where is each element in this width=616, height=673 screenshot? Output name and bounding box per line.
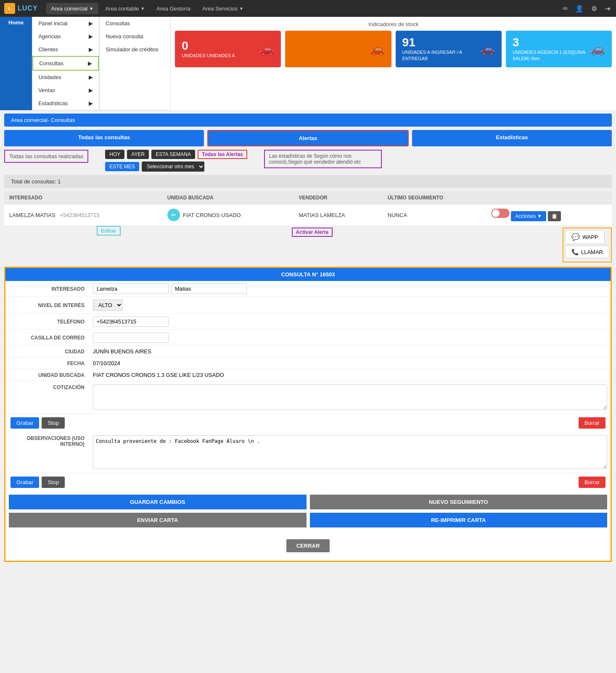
label-unidad-buscada: UNIDAD BUSCADA (5, 372, 90, 378)
settings-icon[interactable]: ⚙ (590, 3, 599, 14)
menu-item-agencias[interactable]: Agencias ▶ (32, 30, 99, 43)
form-row-unidad: UNIDAD BUSCADA FIAT CRONOS CRONOS 1.3 GS… (5, 369, 611, 381)
acciones-button[interactable]: Acciones ▼ (511, 211, 546, 221)
stock-number-3: 3 (513, 36, 585, 49)
grabar2-button[interactable]: Grabar (11, 477, 39, 488)
guardar-cambios-button[interactable]: GUARDAR CAMBIOS (9, 495, 307, 509)
cell-actions: Acciones ▼ 📋 (486, 204, 612, 226)
cell-vendedor: MATIAS LAMELZA (294, 204, 383, 226)
stock-number-0: 0 (182, 39, 235, 53)
label-telefono: TELÉFONO (5, 319, 90, 325)
stop1-button[interactable]: Stop (42, 417, 65, 429)
submenu-item-consultas[interactable]: Consultas (100, 17, 170, 30)
value-unidad: FIAT CRONOS CRONOS 1.3 GSE LIKE L/23 USA… (90, 372, 611, 378)
infinity-icon[interactable]: ∞ (561, 3, 569, 14)
filters-container: Todas las consultas realizadas HOY AYER … (4, 150, 612, 172)
nuevo-seguimiento-button[interactable]: NUEVO SEGUIMIENTO (310, 495, 608, 509)
menu-item-clientes[interactable]: Clientes ▶ (32, 43, 99, 56)
arrow-icon: ▶ (89, 33, 93, 40)
menu-item-panel-inicial[interactable]: Panel inicial ▶ (32, 17, 99, 30)
llamar-button[interactable]: 📞 LLAMAR (565, 246, 609, 258)
label-observaciones: OBSERVACIONES (USO INTERNO) (5, 435, 90, 447)
borrar2-button[interactable]: Borrar (579, 477, 605, 488)
col-seguimiento: ÚLTIMO SEGUIMIENTO (383, 191, 486, 204)
menu-item-unidades[interactable]: Unidades ▶ (32, 71, 99, 84)
copy-button[interactable]: 📋 (548, 211, 561, 221)
textarea-cotizacion[interactable] (93, 384, 607, 410)
value-casilla (90, 332, 611, 343)
nav-menu: Area comercial ▼ Area contable ▼ Area Ge… (46, 3, 561, 14)
form-row-interesado: INTERESADO (5, 281, 611, 297)
form-row-casilla: CASILLA DE CORREO (5, 330, 611, 346)
car-icon: 🚗 (370, 42, 385, 56)
todas-alertas-label: Todas las Alertas (198, 150, 247, 159)
input-nombre[interactable] (171, 284, 247, 294)
filter-hoy[interactable]: HOY (105, 150, 124, 159)
table-header-row: INTERESADO UNIDAD BUSCADA VENDEDOR ÚLTIM… (4, 191, 612, 204)
stock-card-0: 0 UNIDADES UNIDADES A 🚗 (175, 31, 281, 67)
tab-estadisticas[interactable]: Estadísticas (412, 130, 612, 146)
submenu-item-simulador[interactable]: Simulador de créditos (100, 43, 170, 56)
consultas-table: INTERESADO UNIDAD BUSCADA VENDEDOR ÚLTIM… (4, 191, 612, 226)
filter-label-left: Todas las consultas realizadas (4, 150, 88, 163)
label-casilla: CASILLA DE CORREO (5, 335, 90, 341)
input-telefono[interactable] (93, 316, 169, 327)
toggle-circle (492, 209, 500, 217)
filter-esta-semana[interactable]: ESTA SEMANA (151, 150, 195, 159)
chevron-down-icon: ▼ (239, 6, 243, 11)
date-filters: HOY AYER ESTA SEMANA Todas las Alertas E… (105, 150, 247, 172)
toggle-alerta[interactable] (491, 209, 510, 218)
dropdown-menu: Panel inicial ▶ Agencias ▶ Clientes ▶ Co… (32, 17, 99, 110)
select-nivel-interes[interactable]: ALTO (93, 299, 123, 311)
value-cotizacion (90, 384, 611, 411)
cerrar-button[interactable]: Cerrar (286, 539, 330, 552)
menu-item-consultas[interactable]: Consultas ▶ (32, 56, 99, 71)
value-nivel: ALTO (90, 299, 611, 311)
input-casilla[interactable] (93, 332, 169, 343)
nav-right: ∞ 👤 ⚙ ⇥ (561, 3, 612, 14)
input-apellido[interactable] (93, 284, 169, 294)
nav-area-comercial[interactable]: Area comercial ▼ (46, 3, 99, 14)
reimprimir-carta-button[interactable]: RE-IMPRIMIR CARTA (310, 513, 608, 527)
stop2-button[interactable]: Stop (42, 477, 65, 488)
car-icon: 🚗 (590, 42, 605, 56)
user-icon[interactable]: 👤 (574, 3, 585, 14)
borrar1-button[interactable]: Borrar (579, 417, 605, 429)
menu-item-ventas[interactable]: Ventas ▶ (32, 84, 99, 97)
submenu-consultas: Consultas Nueva consulta Simulador de cr… (99, 17, 171, 110)
select-otro-mes[interactable]: Seleccionar otro mes (142, 162, 204, 172)
value-interesado (90, 284, 611, 294)
enviar-carta-button[interactable]: ENVIAR CARTA (9, 513, 307, 527)
logout-icon[interactable]: ⇥ (603, 3, 612, 14)
textarea-observaciones[interactable]: Consulta proveniente de : Facebook FanPa… (93, 435, 607, 469)
phone-icon: 📞 (571, 249, 579, 255)
grabar1-button[interactable]: Grabar (11, 417, 39, 429)
nav-area-gestoria[interactable]: Area Gestoría (151, 3, 196, 14)
cell-seguimiento: NUNCA (383, 204, 486, 226)
nav-area-contable[interactable]: Area contable ▼ (100, 3, 150, 14)
form-close-container: Cerrar (5, 531, 611, 561)
tab-todas-consultas[interactable]: Todas las consultas (4, 130, 204, 146)
col-interesado: INTERESADO (4, 191, 162, 204)
filter-este-mes[interactable]: ESTE MES (105, 162, 139, 171)
arrow-icon: ▶ (89, 46, 93, 53)
label-ciudad: CIUDAD (5, 349, 90, 355)
form-row-nivel: NIVEL DE INTERÉS ALTO (5, 297, 611, 314)
nav-area-servicios[interactable]: Area Servicios ▼ (197, 3, 249, 14)
car-icon: 🚗 (259, 42, 274, 56)
label-cotizacion: COTIZACIÓN (5, 384, 90, 390)
tab-alertas[interactable]: Alertas (207, 130, 409, 146)
top-navigation: L LUCY Area comercial ▼ Area contable ▼ … (0, 0, 616, 17)
submenu-item-nueva-consulta[interactable]: Nueva consulta (100, 30, 170, 43)
value-observaciones: Consulta proveniente de : Facebook FanPa… (90, 435, 611, 470)
form-row-fecha: FECHA 07/10/2024 (5, 358, 611, 369)
stock-number-2: 91 (402, 36, 475, 49)
wapp-button[interactable]: 💬 WAPP (565, 230, 605, 244)
stock-card-1: 🚗 (285, 31, 391, 67)
filter-ayer[interactable]: AYER (127, 150, 149, 159)
stock-label-3: UNIDADES AGENCIA 1 (ESQUINA SALEM) 0km (513, 49, 585, 62)
col-actions (486, 191, 612, 204)
menu-item-estadisticas[interactable]: Estadísticas ▶ (32, 97, 99, 110)
edit-button[interactable]: ✏ (167, 209, 180, 221)
home-tab[interactable]: Home (0, 17, 32, 110)
